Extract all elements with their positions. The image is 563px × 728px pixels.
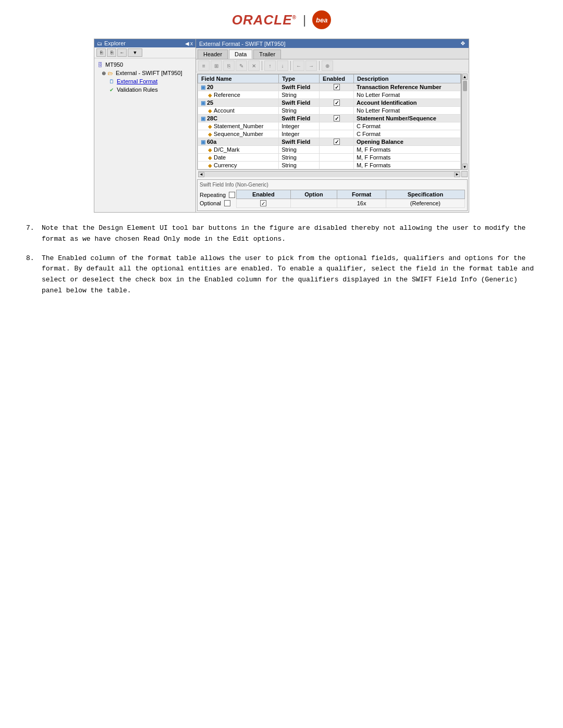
tab-header[interactable]: Header [198, 50, 228, 59]
table-row[interactable]: ◆Sequence_Number Integer C Format [198, 130, 461, 138]
copy-toolbar-btn: ⎘ [223, 60, 235, 71]
swift-info-panel: Swift Field Info (Non-Generic) Repeating… [197, 179, 468, 211]
si-cell-option [290, 199, 337, 208]
tree-item-mt950[interactable]: 🗄 MT950 [95, 60, 194, 69]
col-header-enabled: Enabled [320, 75, 354, 83]
cell-type: String [279, 107, 320, 115]
explorer-dropdown-btn[interactable]: ▼ [128, 48, 142, 57]
table-row[interactable]: ▣28C Swift Field ✓ Statement Number/Sequ… [198, 115, 461, 122]
table-row[interactable]: ◆D/C_Mark String M, F Formats [198, 146, 461, 154]
cell-description: C Format [353, 130, 460, 138]
panel-toolbar: ≡ ⊞ ⎘ ✎ ✕ ↑ ↓ ← → ⊕ [196, 59, 469, 72]
explorer-back-btn[interactable]: ← [117, 48, 127, 57]
cell-field-name: ◆Statement_Number [198, 122, 279, 130]
explorer-close-btn[interactable]: x [190, 41, 193, 46]
vertical-scrollbar[interactable]: ▲ ▼ [461, 73, 468, 170]
scroll-left-arrow[interactable]: ◄ [198, 172, 204, 177]
cell-enabled[interactable]: ✓ [320, 99, 354, 107]
cell-field-name: ◆Date [198, 154, 279, 162]
cell-enabled[interactable]: ✓ [320, 83, 354, 91]
repeating-optional: Repeating Optional [200, 190, 236, 208]
optional-label: Optional [200, 200, 221, 206]
cell-enabled[interactable]: ✓ [320, 138, 354, 146]
scroll-up-arrow[interactable]: ▲ [462, 73, 468, 80]
table-row[interactable]: ◆Currency String M, F Formats [198, 162, 461, 169]
swift-info-row[interactable]: ✓ 16x (Reference) [237, 199, 465, 208]
info-left-panel: Repeating Optional [200, 190, 236, 208]
cell-type: Swift Field [279, 99, 320, 107]
optional-checkbox[interactable] [224, 200, 230, 206]
swift-info-title: Swift Field Info (Non-Generic) [200, 182, 465, 188]
explorer-copy2-btn[interactable]: ⎘ [107, 48, 116, 57]
cell-enabled [320, 107, 354, 115]
scroll-right-arrow[interactable]: ► [454, 172, 460, 177]
cell-field-name: ◆Account [198, 107, 279, 115]
expand-icon: ⊕ [102, 70, 106, 76]
cell-description: C Format [353, 122, 460, 130]
h-scrollbar-area: ◄ ► [197, 171, 468, 177]
table-row[interactable]: ◆Date String M, F Formats [198, 154, 461, 162]
cell-type: Integer [279, 130, 320, 138]
tree-item-validation-rules[interactable]: ✔ Validation Rules [95, 85, 194, 94]
cell-type: String [279, 154, 320, 162]
enabled-checkbox: ✓ [334, 100, 340, 106]
explorer-title-bar: 🗂 Explorer ◀ x [94, 39, 195, 47]
panel-tabs: Header Data Trailer [196, 48, 469, 59]
col-header-description: Description [353, 75, 460, 83]
table-container: Field Name Type Enabled Description ▣20 [197, 73, 468, 170]
cell-type: Swift Field [279, 83, 320, 91]
body-text: 7. Note that the Design Element UI tool … [10, 223, 553, 297]
repeating-checkbox[interactable] [229, 192, 235, 198]
tree-label-mt950: MT950 [105, 61, 123, 68]
logo-divider: | [303, 13, 306, 27]
tree-item-external-swift[interactable]: ⊕ 🗁 External - SWIFT [MT950] [95, 69, 194, 77]
si-cell-enabled[interactable]: ✓ [237, 199, 291, 208]
table-row[interactable]: ◆Reference String No Letter Format [198, 91, 461, 99]
cell-description: Opening Balance [353, 138, 460, 146]
tree-label-external-format: External Format [117, 78, 157, 84]
horizontal-scrollbar[interactable]: ◄ ► [198, 171, 460, 177]
scroll-down-arrow[interactable]: ▼ [462, 164, 468, 170]
panel-close-btn[interactable]: ❖ [460, 40, 466, 47]
table-scroll-area: Field Name Type Enabled Description ▣20 [197, 73, 461, 170]
table-row[interactable]: ▣60a Swift Field ✓ Opening Balance [198, 138, 461, 146]
cell-type: Integer [279, 122, 320, 130]
cell-enabled [320, 154, 354, 162]
data-table: Field Name Type Enabled Description ▣20 [198, 74, 461, 169]
tree-label-validation-rules: Validation Rules [117, 87, 158, 93]
view-toolbar-btn: ≡ [198, 60, 210, 71]
cell-type: Swift Field [279, 115, 320, 122]
cell-field-name: ◆Sequence_Number [198, 130, 279, 138]
cell-field-name: ▣28C [198, 115, 279, 122]
tab-data[interactable]: Data [229, 50, 252, 59]
explorer-pin-btn[interactable]: ◀ [185, 41, 189, 46]
logo-area: ORACLE® | bea [10, 10, 553, 29]
panel-title-bar: External Format - SWIFT [MT950] ❖ [196, 39, 469, 48]
tree-item-external-format[interactable]: 🗒 External Format [95, 77, 194, 85]
cell-description: M, F Formats [353, 146, 460, 154]
si-cell-format: 16x [337, 199, 386, 208]
swift-field-icon: ▣ [201, 84, 205, 90]
table-row[interactable]: ▣20 Swift Field ✓ Transaction Reference … [198, 83, 461, 91]
scroll-thumb[interactable] [463, 81, 467, 91]
screenshot-container: 🗂 Explorer ◀ x ⎘ ⎘ ← ▼ 🗄 MT950 ⊕ 🗁 Exter… [94, 39, 469, 213]
tab-trailer[interactable]: Trailer [253, 50, 281, 59]
item-number-8: 8. [26, 253, 36, 297]
grid-toolbar-btn: ⊞ [211, 60, 222, 71]
oracle-logo: ORACLE® [232, 12, 297, 28]
cell-type: String [279, 162, 320, 169]
table-row[interactable]: ▣25 Swift Field ✓ Account Identification [198, 99, 461, 107]
swift-field-icon: ▣ [201, 100, 205, 106]
si-enabled-checkbox: ✓ [260, 200, 266, 206]
explorer-copy1-btn[interactable]: ⎘ [96, 48, 106, 57]
enabled-checkbox: ✓ [334, 84, 340, 90]
format-icon: 🗒 [108, 78, 115, 85]
table-row[interactable]: ◆Account String No Letter Format [198, 107, 461, 115]
toolbar-separator1 [262, 61, 262, 70]
cell-enabled[interactable]: ✓ [320, 115, 354, 122]
cell-description: M, F Formats [353, 162, 460, 169]
swift-field-icon: ▣ [201, 139, 205, 145]
right-toolbar-btn: → [305, 60, 317, 71]
table-row[interactable]: ◆Statement_Number Integer C Format [198, 122, 461, 130]
cell-field-name: ▣60a [198, 138, 279, 146]
